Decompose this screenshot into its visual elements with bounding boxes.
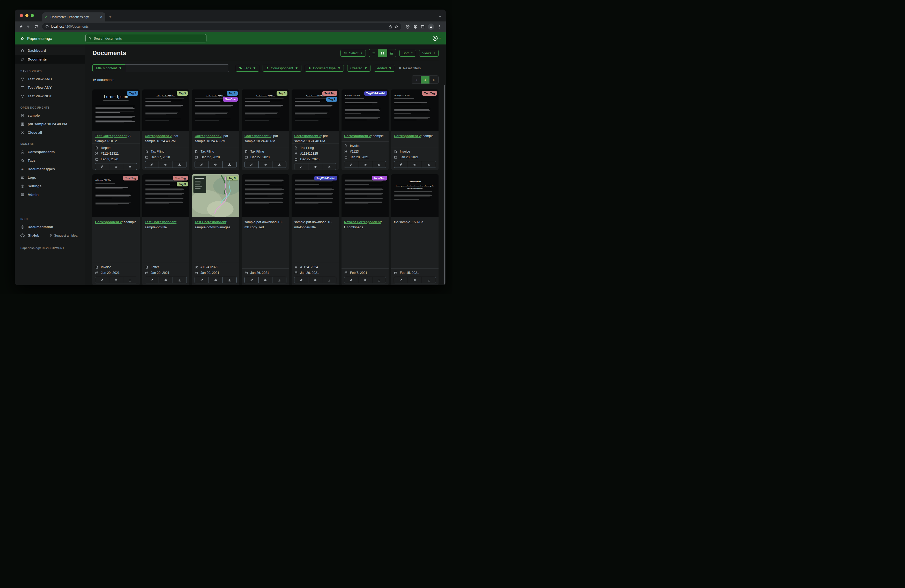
tag-badge[interactable]: TagWithPartial — [364, 91, 387, 96]
tab-search-chevron-icon[interactable] — [438, 15, 441, 18]
back-button[interactable] — [17, 23, 24, 30]
site-info-icon[interactable] — [45, 25, 49, 29]
sidebar-item-close-all[interactable]: Close all — [15, 128, 85, 137]
document-thumbnail[interactable]: Test TagTag 3 — [142, 174, 190, 217]
sidebar-item-pdf-sample-10-24-48-pm[interactable]: pdf-sample 10.24.48 PM — [15, 120, 85, 128]
document-thumbnail[interactable]: NewOne — [341, 174, 389, 217]
correspondent-link[interactable]: Correspondent 2 — [394, 134, 421, 138]
view-list-button[interactable] — [369, 49, 378, 57]
document-thumbnail[interactable] — [242, 174, 289, 217]
edit-document-button[interactable] — [195, 277, 208, 283]
reset-filters-button[interactable]: ✕Reset filters — [399, 66, 421, 70]
document-thumbnail[interactable]: Lorem ipsumLorem ipsum dolor sit amet, c… — [391, 174, 438, 217]
sidebar-item-document-types[interactable]: #Document types — [15, 165, 85, 173]
sidebar-item-test-view-not[interactable]: Test View NOT — [15, 92, 85, 100]
tag-badge[interactable]: Test Tag — [173, 176, 188, 181]
tag-badge[interactable]: Tag 3 — [177, 182, 188, 186]
edit-document-button[interactable] — [394, 277, 408, 283]
tag-badge[interactable]: Test Tag — [322, 91, 337, 96]
document-thumbnail[interactable]: Adobe Acrobat PDF FilesTag 3 — [142, 89, 190, 131]
tag-badge[interactable]: NewOne — [372, 176, 387, 181]
page-current[interactable]: 1 — [421, 76, 429, 84]
browser-profile-avatar[interactable] — [428, 24, 434, 30]
view-document-button[interactable] — [159, 162, 173, 168]
view-document-button[interactable] — [408, 277, 422, 283]
tag-badge[interactable]: Tag 3 — [276, 91, 288, 96]
document-thumbnail[interactable]: Tag 3 — [192, 174, 239, 217]
edit-document-button[interactable] — [145, 162, 159, 168]
view-document-button[interactable] — [358, 162, 372, 168]
tag-badge[interactable]: Tag 2 — [127, 91, 138, 96]
view-document-button[interactable] — [109, 163, 123, 170]
correspondent-link[interactable]: Test Correspondent — [95, 134, 127, 138]
filter-tags-button[interactable]: Tags▼ — [236, 65, 259, 71]
view-document-button[interactable] — [308, 277, 322, 283]
tag-badge[interactable]: Tag 3 — [227, 176, 238, 181]
scrollbar[interactable] — [444, 85, 445, 284]
correspondent-link[interactable]: Test Correspondent — [195, 220, 226, 224]
download-document-button[interactable] — [322, 277, 336, 283]
document-thumbnail[interactable]: Adobe Acrobat PDF FilesTag 2NewOne — [192, 89, 239, 131]
view-document-button[interactable] — [408, 162, 422, 168]
filter-added-button[interactable]: Added▼ — [374, 65, 395, 71]
forward-button[interactable] — [25, 23, 32, 30]
correspondent-link[interactable]: Correspondent 2 — [294, 134, 321, 138]
sort-button[interactable]: Sort▼ — [400, 50, 416, 57]
edit-document-button[interactable] — [245, 277, 259, 283]
edit-document-button[interactable] — [345, 277, 358, 283]
download-document-button[interactable] — [272, 277, 286, 283]
page-prev-button[interactable]: « — [412, 76, 421, 84]
tag-badge[interactable]: Test Tag — [422, 91, 437, 96]
edit-document-button[interactable] — [294, 277, 308, 283]
sidebar-item-test-view-any[interactable]: Test View ANY — [15, 83, 85, 92]
edit-document-button[interactable] — [195, 162, 208, 168]
filter-document-type-button[interactable]: Document type▼ — [305, 65, 344, 71]
close-window-button[interactable] — [20, 14, 23, 17]
sidebar-item-github[interactable]: GitHubSuggest an idea — [15, 231, 85, 240]
share-icon[interactable] — [388, 25, 392, 29]
view-document-button[interactable] — [208, 277, 222, 283]
new-tab-button[interactable]: + — [109, 14, 111, 19]
document-thumbnail[interactable]: Adobe Acrobat PDF FilesTag 3 — [242, 89, 289, 131]
correspondent-link[interactable]: Correspondent 2 — [245, 134, 272, 138]
edit-document-button[interactable] — [245, 162, 259, 168]
document-thumbnail[interactable]: Adobe Acrobat PDF FilesTest TagTag 2 — [292, 89, 339, 131]
correspondent-link[interactable]: Correspondent 2 — [344, 134, 371, 138]
filter-field-dropdown[interactable]: Title & content▼ — [92, 64, 125, 72]
edit-document-button[interactable] — [294, 163, 308, 170]
edit-document-button[interactable] — [394, 162, 408, 168]
view-document-button[interactable] — [259, 162, 272, 168]
view-document-button[interactable] — [308, 163, 322, 170]
download-document-button[interactable] — [372, 162, 386, 168]
tag-badge[interactable]: Tag 2 — [227, 91, 238, 96]
view-document-button[interactable] — [109, 277, 123, 283]
views-button[interactable]: Views▼ — [419, 50, 438, 57]
tag-badge[interactable]: TagWithPartial — [314, 176, 337, 181]
browser-menu-kebab-icon[interactable] — [437, 25, 441, 29]
sidebar-suggest-idea-link[interactable]: Suggest an idea — [49, 234, 77, 238]
filter-created-button[interactable]: Created▼ — [347, 65, 370, 71]
user-menu[interactable]: ▾ — [432, 35, 441, 41]
view-document-button[interactable] — [208, 162, 222, 168]
download-document-button[interactable] — [123, 163, 137, 170]
tag-badge[interactable]: Test Tag — [123, 176, 138, 181]
download-document-button[interactable] — [322, 163, 336, 170]
view-document-button[interactable] — [259, 277, 272, 283]
document-thumbnail[interactable]: A Simple PDF FileTest Tag — [391, 89, 438, 131]
sidebar-item-test-view-and[interactable]: Test View AND — [15, 75, 85, 83]
side-panel-icon[interactable] — [421, 25, 425, 29]
sidebar-item-documents[interactable]: Documents — [15, 55, 85, 64]
document-thumbnail[interactable]: A Simple PDF FileTagWithPartial — [341, 89, 389, 131]
correspondent-link[interactable]: Correspondent 2 — [145, 134, 172, 138]
document-thumbnail[interactable]: Lorem IpsumTag 2 — [92, 89, 140, 131]
correspondent-link[interactable]: Newest Correspondent — [344, 220, 381, 224]
minimize-window-button[interactable] — [25, 14, 29, 17]
edit-document-button[interactable] — [95, 163, 109, 170]
download-document-button[interactable] — [173, 162, 187, 168]
sidebar-item-logs[interactable]: Logs — [15, 173, 85, 182]
page-next-button[interactable]: » — [429, 76, 438, 84]
edit-document-button[interactable] — [345, 162, 358, 168]
sidebar-item-sample[interactable]: sample — [15, 111, 85, 120]
zoom-window-button[interactable] — [31, 14, 34, 17]
download-document-button[interactable] — [123, 277, 137, 283]
